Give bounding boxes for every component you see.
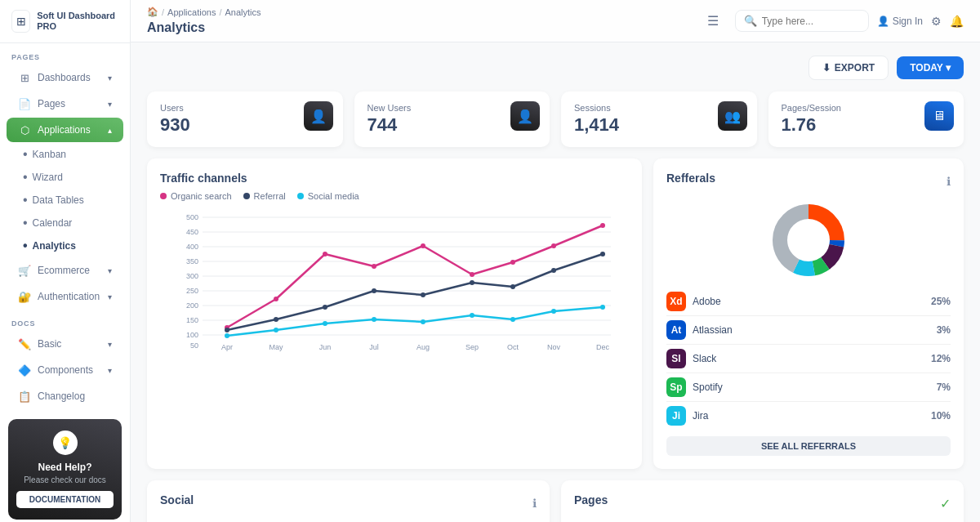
svg-point-34 — [510, 260, 515, 265]
chart-legend: Organic search Referral Social media — [160, 191, 629, 201]
brand-name: Soft UI Dashboard PRO — [37, 11, 118, 32]
settings-icon[interactable]: ⚙ — [931, 15, 942, 28]
brand-icon: ⊞ — [11, 10, 30, 33]
info-icon-social: ℹ — [532, 497, 537, 510]
legend-label-organic: Organic search — [171, 191, 232, 201]
notifications-icon[interactable]: 🔔 — [950, 15, 964, 28]
svg-text:Apr: Apr — [221, 343, 233, 351]
svg-point-52 — [510, 317, 515, 322]
sidebar-item-ecommerce[interactable]: 🛒 Ecommerce ▾ — [7, 258, 123, 283]
sidebar-subitem-analytics[interactable]: Analytics — [23, 234, 130, 257]
chevron-down-icon: ▾ — [108, 340, 112, 349]
search-input[interactable] — [762, 16, 860, 27]
stat-cards: Users 930 👤 New Users 744 👤 Sessions 1,4… — [147, 91, 964, 147]
section-label-docs: Docs — [0, 310, 130, 331]
ecommerce-icon: 🛒 — [18, 264, 31, 277]
svg-point-46 — [225, 333, 229, 338]
svg-point-31 — [372, 264, 376, 269]
sidebar-item-pages[interactable]: 📄 Pages ▾ — [7, 91, 123, 116]
home-icon[interactable]: 🏠 — [147, 7, 158, 17]
check-icon: ✓ — [940, 496, 951, 511]
sidebar: ⊞ Soft UI Dashboard PRO Pages ⊞ Dashboar… — [0, 0, 131, 522]
svg-text:May: May — [269, 343, 283, 351]
bottom-row: Social ℹ f Facebook 80% 🐦 — [147, 480, 964, 522]
action-bar: ⬇ EXPORT TODAY ▾ — [147, 56, 964, 80]
sidebar-subitem-wizard[interactable]: Wizard — [23, 166, 130, 189]
svg-point-54 — [600, 305, 605, 310]
atlassian-pct: 3% — [937, 324, 951, 336]
sidebar-item-basic[interactable]: ✏️ Basic ▾ — [7, 332, 123, 356]
search-icon: 🔍 — [744, 15, 757, 27]
sidebar-subitem-calendar[interactable]: Calendar — [23, 212, 130, 234]
sidebar-item-changelog[interactable]: 📋 Changelog — [7, 384, 123, 408]
sidebar-subitem-data-tables-label: Data Tables — [33, 194, 84, 206]
pages-title: Pages — [574, 493, 608, 506]
adobe-pct: 25% — [931, 296, 951, 307]
breadcrumb-sep: / — [162, 7, 164, 17]
legend-dot-social — [297, 193, 304, 199]
svg-text:250: 250 — [186, 287, 198, 295]
referral-item-jira: Ji Jira 10% — [666, 402, 951, 430]
referral-item-adobe: Xd Adobe 25% — [666, 288, 951, 316]
legend-label-social: Social media — [308, 191, 359, 201]
referrals-header: Refferals ℹ — [666, 172, 951, 191]
help-subtitle: Please check our docs — [16, 475, 114, 484]
sidebar-subitem-data-tables[interactable]: Data Tables — [23, 189, 130, 212]
main-area: 🏠 / Applications / Analytics Analytics ☰… — [131, 0, 980, 522]
charts-row: Traffic channels Organic search Referral… — [147, 158, 964, 469]
breadcrumb-analytics: Analytics — [225, 7, 261, 17]
svg-point-36 — [600, 223, 605, 228]
sidebar-subitem-analytics-label: Analytics — [33, 240, 76, 252]
topbar: 🏠 / Applications / Analytics Analytics ☰… — [131, 0, 980, 42]
social-header: Social ℹ — [160, 493, 537, 513]
spotify-pct: 7% — [937, 381, 951, 393]
sidebar-item-components[interactable]: 🔷 Components ▾ — [7, 358, 123, 382]
sign-in-button[interactable]: 👤 Sign In — [877, 16, 923, 27]
legend-dot-organic — [160, 193, 167, 199]
sidebar-subitem-kanban[interactable]: Kanban — [23, 143, 130, 166]
donut-chart-svg — [768, 199, 849, 281]
help-title: Need Help? — [16, 462, 114, 473]
svg-point-30 — [323, 252, 327, 257]
export-icon: ⬇ — [822, 62, 831, 74]
chevron-down-icon: ▾ — [108, 292, 112, 301]
sidebar-item-dashboards[interactable]: ⊞ Dashboards ▾ — [7, 65, 123, 90]
svg-text:350: 350 — [186, 257, 198, 265]
breadcrumb-applications[interactable]: Applications — [167, 7, 216, 17]
referrals-title: Refferals — [666, 172, 715, 185]
sidebar-subitem-kanban-label: Kanban — [33, 149, 66, 160]
info-icon: ℹ — [947, 175, 951, 188]
page-title: Analytics — [147, 20, 205, 35]
chevron-down-icon: ▾ — [108, 100, 112, 109]
nav-toggle-icon[interactable]: ☰ — [707, 13, 719, 29]
changelog-icon: 📋 — [18, 390, 31, 403]
today-button[interactable]: TODAY ▾ — [897, 56, 964, 79]
documentation-button[interactable]: DOCUMENTATION — [16, 491, 114, 508]
dashboard-icon: ⊞ — [18, 71, 31, 84]
sidebar-item-applications[interactable]: ⬡ Applications ▴ — [7, 118, 123, 142]
svg-text:150: 150 — [186, 316, 198, 324]
jira-icon: Ji — [666, 406, 686, 426]
svg-text:200: 200 — [186, 301, 198, 310]
jira-pct: 10% — [931, 410, 951, 422]
svg-point-48 — [323, 321, 327, 326]
legend-organic: Organic search — [160, 191, 232, 201]
chevron-down-icon: ▾ — [108, 266, 112, 275]
export-button[interactable]: ⬇ EXPORT — [808, 56, 889, 80]
slack-icon: Sl — [666, 349, 686, 368]
breadcrumb: 🏠 / Applications / Analytics Analytics — [147, 7, 699, 35]
sidebar-item-authentication[interactable]: 🔐 Authentication ▾ — [7, 284, 123, 309]
sidebar-item-ecommerce-label: Ecommerce — [38, 265, 90, 276]
svg-point-35 — [551, 243, 556, 248]
social-title: Social — [160, 493, 194, 506]
spotify-name: Spotify — [693, 381, 930, 393]
stat-card-sessions: Sessions 1,414 👥 — [561, 91, 757, 147]
pages-card: Pages ✓ Page Page Views Avg. Time Bounce… — [561, 480, 964, 522]
search-box: 🔍 — [735, 10, 869, 32]
legend-label-referral: Referral — [254, 191, 286, 201]
svg-text:400: 400 — [186, 243, 198, 251]
sidebar-item-changelog-label: Changelog — [38, 390, 85, 402]
svg-text:Jun: Jun — [319, 343, 332, 351]
see-all-referrals-button[interactable]: SEE ALL REFERRALS — [666, 436, 951, 456]
svg-point-42 — [470, 280, 474, 285]
